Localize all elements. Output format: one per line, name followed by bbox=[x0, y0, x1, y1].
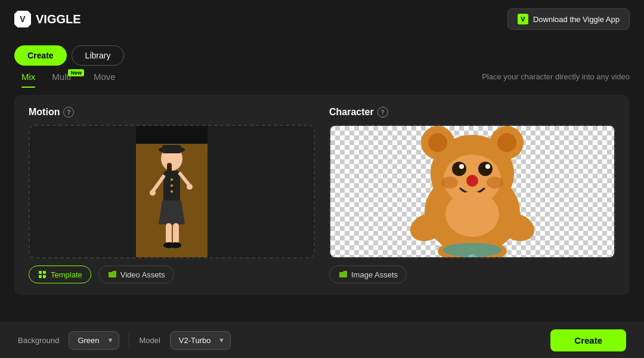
logo-icon: V bbox=[14, 11, 31, 27]
header: V VIGGLE V Download the Viggle App bbox=[0, 0, 644, 38]
svg-rect-5 bbox=[162, 145, 181, 153]
character-header: Character ? bbox=[329, 107, 615, 118]
svg-point-31 bbox=[452, 162, 466, 176]
new-badge: New bbox=[68, 69, 84, 76]
svg-marker-12 bbox=[159, 200, 185, 224]
tab-move-label: Move bbox=[94, 72, 116, 82]
background-select[interactable]: Green White Black None bbox=[69, 331, 119, 350]
svg-point-17 bbox=[171, 178, 173, 181]
template-button[interactable]: Template bbox=[29, 266, 91, 283]
video-assets-button[interactable]: Video Assets bbox=[98, 266, 174, 283]
svg-point-34 bbox=[485, 164, 490, 169]
svg-point-43 bbox=[442, 243, 502, 257]
template-label: Template bbox=[51, 270, 82, 279]
tab-mix-label: Mix bbox=[21, 72, 35, 82]
tab-move[interactable]: Move bbox=[86, 68, 123, 85]
tab-multi[interactable]: Multi New bbox=[45, 68, 84, 85]
create-nav-button[interactable]: Create bbox=[14, 45, 67, 66]
svg-point-10 bbox=[150, 190, 156, 196]
download-app-button[interactable]: V Download the Viggle App bbox=[507, 8, 630, 30]
character-section: Character ? bbox=[329, 107, 615, 283]
character-footer: Image Assets bbox=[329, 266, 615, 283]
character-preview-image bbox=[395, 126, 550, 257]
svg-point-36 bbox=[441, 177, 458, 189]
svg-rect-23 bbox=[43, 275, 46, 278]
svg-point-32 bbox=[478, 162, 493, 176]
logo-text: VIGGLE bbox=[36, 13, 81, 26]
motion-help-icon[interactable]: ? bbox=[63, 107, 74, 118]
svg-rect-7 bbox=[163, 171, 180, 203]
svg-rect-21 bbox=[43, 271, 46, 274]
svg-point-29 bbox=[497, 133, 516, 152]
image-assets-icon bbox=[338, 270, 348, 279]
svg-rect-22 bbox=[39, 275, 42, 278]
video-assets-label: Video Assets bbox=[120, 270, 165, 279]
svg-rect-20 bbox=[39, 271, 42, 274]
tabs-area: Mix Multi New Move Place your character … bbox=[0, 66, 644, 85]
character-help-icon[interactable]: ? bbox=[377, 107, 388, 118]
motion-upload-area[interactable] bbox=[29, 125, 315, 258]
svg-rect-2 bbox=[136, 126, 208, 144]
motion-preview-image bbox=[136, 126, 208, 257]
divider bbox=[129, 331, 129, 349]
model-label: Model bbox=[139, 336, 160, 345]
main-content: Motion ? bbox=[14, 95, 630, 295]
character-upload-area[interactable] bbox=[329, 125, 615, 258]
model-select[interactable]: V2-Turbo V2 V1 bbox=[170, 331, 231, 350]
logo-v-symbol: V bbox=[20, 14, 25, 24]
svg-point-37 bbox=[487, 177, 503, 189]
motion-section: Motion ? bbox=[29, 107, 315, 283]
tagline: Place your character directly into any v… bbox=[482, 72, 630, 81]
bottom-bar: Background Green White Black None ▼ Mode… bbox=[0, 322, 644, 358]
svg-point-11 bbox=[187, 184, 193, 190]
bottom-create-button[interactable]: Create bbox=[550, 329, 626, 351]
motion-footer: Template Video Assets bbox=[29, 266, 315, 283]
svg-point-18 bbox=[171, 184, 173, 187]
svg-point-19 bbox=[171, 190, 173, 193]
image-assets-button[interactable]: Image Assets bbox=[329, 266, 407, 283]
svg-rect-13 bbox=[166, 223, 172, 244]
svg-point-33 bbox=[459, 164, 464, 169]
download-btn-label: Download the Viggle App bbox=[533, 15, 620, 24]
svg-point-16 bbox=[171, 242, 181, 248]
motion-title: Motion bbox=[29, 107, 60, 118]
background-select-wrapper: Green White Black None ▼ bbox=[69, 331, 119, 350]
model-select-wrapper: V2-Turbo V2 V1 ▼ bbox=[170, 331, 231, 350]
svg-point-40 bbox=[445, 192, 499, 237]
motion-header: Motion ? bbox=[29, 107, 315, 118]
svg-point-27 bbox=[428, 133, 447, 152]
tab-mix[interactable]: Mix bbox=[14, 68, 42, 85]
library-nav-button[interactable]: Library bbox=[72, 45, 125, 66]
image-assets-label: Image Assets bbox=[351, 270, 398, 279]
nav-tabs: Mix Multi New Move bbox=[14, 68, 123, 85]
top-nav-buttons: Create Library bbox=[0, 38, 644, 66]
character-title: Character bbox=[329, 107, 374, 118]
svg-point-35 bbox=[466, 175, 478, 187]
video-assets-icon bbox=[107, 270, 117, 279]
logo: V VIGGLE bbox=[14, 11, 81, 27]
viggle-v-badge: V bbox=[518, 14, 528, 24]
template-icon bbox=[38, 270, 47, 279]
svg-rect-14 bbox=[173, 223, 179, 244]
background-label: Background bbox=[18, 336, 59, 345]
